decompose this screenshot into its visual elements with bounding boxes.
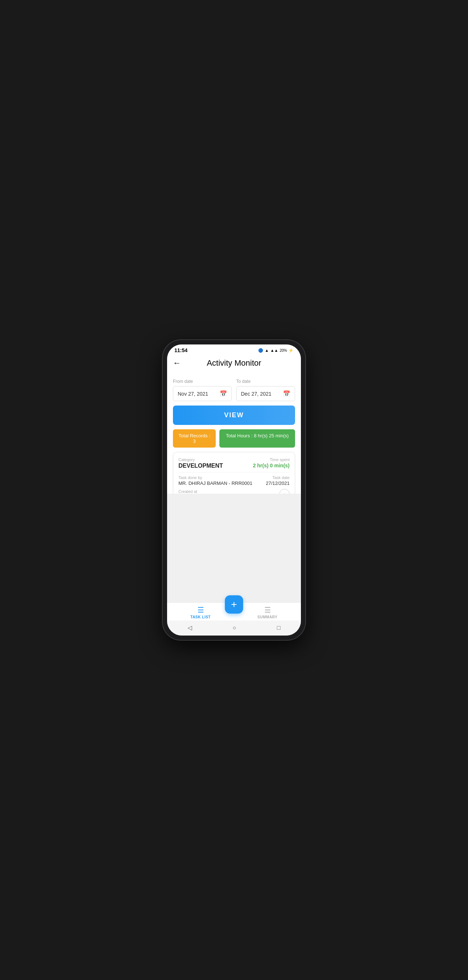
status-time: 11:54 [174,347,188,353]
task-list-icon: ☰ [197,606,204,614]
summary-icon: ☰ [264,606,271,614]
add-button[interactable]: + [225,595,243,614]
system-nav: ◁ ○ □ [167,620,301,636]
summary-label: SUMMARY [257,615,277,619]
date-filter-row: From date Nov 27, 2021 📅 To date Dec 27,… [173,379,295,401]
card-1-arrow-button[interactable]: › [279,489,290,494]
from-date-value: Nov 27, 2021 [178,391,208,397]
sys-home-button[interactable]: ○ [232,625,236,631]
card-1-created-label: Created at [178,489,220,494]
battery-indicator: 20% [280,348,287,353]
activity-card-1: Category DEVELOPMENT Time spent 2 hr(s) … [173,452,295,494]
card-1-task-done-group: Task done by MR. DHIRAJ BARMAN - RRR0001 [178,476,252,486]
to-date-input[interactable]: Dec 27, 2021 📅 [236,386,295,401]
from-date-field: From date Nov 27, 2021 📅 [173,379,232,401]
card-1-bottom-row: Task done by MR. DHIRAJ BARMAN - RRR0001… [178,476,290,486]
stats-row: Total Records : 3 Total Hours : 8 hr(s) … [173,429,295,448]
nav-summary[interactable]: ☰ SUMMARY [234,606,301,619]
bottom-nav: ☰ TASK LIST + ☰ SUMMARY [167,602,301,620]
card-1-date-group: Task date 27/12/2021 [266,476,290,486]
sys-recents-button[interactable]: □ [277,625,281,631]
from-calendar-icon[interactable]: 📅 [220,390,227,397]
from-date-label: From date [173,379,232,384]
card-1-category-label: Category [178,457,223,462]
charging-icon: ⚡ [288,348,294,353]
signal-icon: ▲▲ [270,348,278,353]
card-1-task-done-label: Task done by [178,476,252,480]
card-1-time-group: Time spent 2 hr(s) 0 min(s) [253,457,290,468]
card-1-task-done-value: MR. DHIRAJ BARMAN - RRR0001 [178,480,252,486]
page-title: Activity Monitor [185,358,283,368]
card-1-category: DEVELOPMENT [178,463,223,469]
card-1-task-date-label: Task date [266,476,290,480]
total-hours-badge: Total Hours : 8 hr(s) 25 min(s) [220,429,295,448]
status-bar: 11:54 🔵 ▲ ▲▲ 20% ⚡ [167,344,301,355]
card-1-time-label: Time spent [253,457,290,462]
card-1-divider [178,472,290,473]
phone-device: 11:54 🔵 ▲ ▲▲ 20% ⚡ ← Activity Monitor Fr… [163,340,305,640]
to-calendar-icon[interactable]: 📅 [283,390,290,397]
to-date-label: To date [236,379,295,384]
view-button[interactable]: VIEW [173,406,295,425]
add-icon: + [231,598,237,610]
card-1-footer: Created at 27/12/2021 11:38 AM › [178,489,290,494]
total-records-badge: Total Records : 3 [173,429,216,448]
to-date-value: Dec 27, 2021 [241,391,271,397]
card-1-created-group: Created at 27/12/2021 11:38 AM [178,489,220,494]
to-date-field: To date Dec 27, 2021 📅 [236,379,295,401]
back-button[interactable]: ← [173,358,181,368]
status-icons: 🔵 ▲ ▲▲ 20% ⚡ [258,348,294,353]
card-1-top-row: Category DEVELOPMENT Time spent 2 hr(s) … [178,457,290,469]
from-date-input[interactable]: Nov 27, 2021 📅 [173,386,232,401]
bottom-spacer [167,494,301,603]
phone-screen: 11:54 🔵 ▲ ▲▲ 20% ⚡ ← Activity Monitor Fr… [167,344,301,636]
main-content: From date Nov 27, 2021 📅 To date Dec 27,… [167,373,301,494]
card-1-category-group: Category DEVELOPMENT [178,457,223,469]
card-1-time-value: 2 hr(s) 0 min(s) [253,463,290,468]
nav-task-list[interactable]: ☰ TASK LIST [167,606,234,619]
card-1-task-date-value: 27/12/2021 [266,480,290,486]
sys-back-button[interactable]: ◁ [188,624,192,631]
bluetooth-icon: 🔵 [258,348,263,353]
header: ← Activity Monitor [167,355,301,373]
task-list-label: TASK LIST [191,615,211,619]
wifi-icon: ▲ [265,348,269,353]
